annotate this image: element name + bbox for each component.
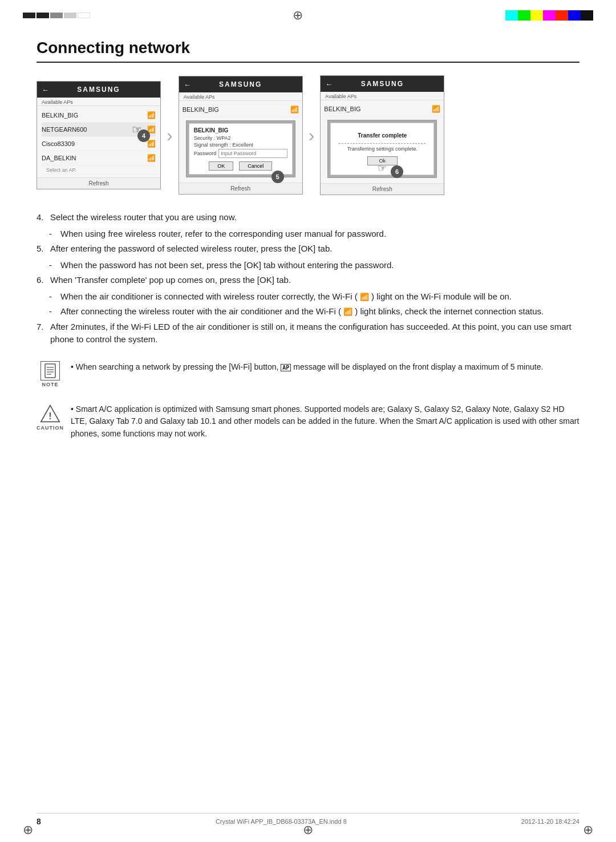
instruction-6-num: 6.: [37, 274, 47, 287]
note-content: • When searching a network by pressing t…: [71, 361, 579, 374]
sub-dash-2: -: [49, 259, 57, 272]
screenshots-row: ← SAMSUNG Available APs BELKIN_BIG 📶 NET…: [37, 75, 579, 195]
ss1-network-1: BELKIN_BIG 📶: [42, 108, 156, 123]
instructions: 4. Select the wireless router that you a…: [37, 211, 579, 346]
ss2-samsung-logo: SAMSUNG: [219, 80, 262, 88]
screenshot-1: ← SAMSUNG Available APs BELKIN_BIG 📶 NET…: [37, 81, 161, 189]
ss2-network-1-name: BELKIN_BIG: [183, 106, 219, 113]
instruction-4-num: 4.: [37, 211, 47, 224]
ss3-dialog-inner: Transfer complete Transferring settings …: [330, 123, 434, 175]
screenshot-2: ← SAMSUNG Available APs BELKIN_BIG 📶 BEL…: [179, 76, 303, 195]
instruction-7-text: After 2minutes, if the Wi-Fi LED of the …: [50, 321, 579, 346]
ss1-network-4-name: DA_BELKIN: [42, 155, 76, 161]
crosshair-bottom-center: ⊕: [303, 823, 313, 837]
page-title: Connecting network: [37, 39, 579, 63]
instruction-6-sub-2: - After connecting the wireless router w…: [49, 305, 579, 318]
ss3-hand-cursor: ☞: [378, 162, 387, 175]
note-box: NOTE • When searching a network by press…: [37, 358, 579, 391]
ss1-network-1-wifi: 📶: [147, 111, 156, 119]
ss2-ok-button[interactable]: OK: [209, 161, 233, 171]
note-svg-icon: [44, 363, 56, 378]
ss2-dialog-title: BELKIN_BIG: [194, 127, 287, 133]
sub-dash-3: -: [49, 290, 57, 303]
ss2-security: Security : WPA2: [194, 135, 287, 141]
reg-marks-left: [23, 13, 90, 18]
instruction-5: 5. After entering the password of select…: [37, 242, 579, 256]
caution-text: Smart A/C application is optimized with …: [71, 404, 579, 438]
instruction-4: 4. Select the wireless router that you a…: [37, 211, 579, 224]
instruction-7: 7. After 2minutes, if the Wi-Fi LED of t…: [37, 321, 579, 346]
ss2-header: ← SAMSUNG: [179, 76, 302, 92]
ss2-body: BELKIN_BIG 📶 BELKIN_BIG Security : WPA2 …: [179, 101, 302, 183]
wifi-icon-inline-1: 📶: [360, 292, 369, 303]
caution-triangle: !: [40, 403, 60, 424]
ss2-dialog-inner: BELKIN_BIG Security : WPA2 Signal streng…: [189, 123, 293, 175]
instruction-6-sub-1: - When the air conditioner is connected …: [49, 290, 579, 303]
instruction-7-num: 7.: [37, 321, 47, 346]
svg-rect-0: [45, 364, 55, 378]
ss3-samsung-logo: SAMSUNG: [361, 80, 404, 88]
ss3-network-1-name: BELKIN_BIG: [324, 106, 360, 112]
crosshair-top: ⊕: [293, 8, 303, 23]
caution-label: CAUTION: [37, 425, 64, 431]
crosshair-bottom-left: ⊕: [23, 823, 33, 837]
sub-dash-1: -: [49, 228, 57, 241]
page-content: Connecting network ← SAMSUNG Available A…: [0, 27, 616, 464]
instruction-6-sub-1-text: When the air conditioner is connected wi…: [60, 290, 512, 303]
instruction-4-sub-1: - When using free wireless router, refer…: [49, 228, 579, 241]
ap-badge: AP: [281, 364, 291, 371]
arrow-1: ›: [167, 125, 173, 146]
ss1-step-badge: 4: [137, 129, 150, 142]
ss3-transfer-sub: Transferring settings complete.: [339, 146, 425, 152]
note-icon: [40, 361, 60, 380]
ss2-cancel-button[interactable]: Cancel: [239, 161, 272, 171]
note-icon-area: NOTE: [37, 361, 64, 387]
wifi-icon-inline-2: 📶: [343, 306, 352, 318]
ss2-step-badge: 5: [271, 171, 284, 183]
instruction-4-text: Select the wireless router that you are …: [50, 211, 579, 224]
ss2-signal: Signal strength : Excellent: [194, 142, 287, 148]
ss2-password-input[interactable]: [218, 149, 287, 158]
ss3-footer: Refresh: [321, 183, 444, 195]
caution-icon-area: ! CAUTION: [37, 403, 64, 431]
svg-text:!: !: [48, 410, 51, 420]
note-label: NOTE: [42, 382, 58, 387]
crosshair-bottom-right: ⊕: [583, 823, 593, 837]
caution-triangle-svg: !: [40, 403, 60, 424]
instruction-6-text: When 'Transfer complete' pop up comes on…: [50, 274, 579, 287]
ss3-dialog: Transfer complete Transferring settings …: [327, 120, 437, 178]
ss1-footer: Refresh: [37, 177, 160, 189]
instruction-5-text: After entering the password of selected …: [50, 242, 579, 256]
instruction-5-sub-1: - When the password has not been set, pr…: [49, 259, 579, 272]
ss2-password-row: Password: [194, 149, 287, 158]
ss1-sub-header: Available APs: [37, 98, 160, 106]
instruction-6: 6. When 'Transfer complete' pop up comes…: [37, 274, 579, 287]
ss1-network-2-name: NETGEARN600: [42, 126, 87, 133]
screenshot-3: ← SAMSUNG Available APs BELKIN_BIG 📶 Tra…: [320, 75, 444, 195]
ss1-body: BELKIN_BIG 📶 NETGEARN600 📶 ☞ 4 Cisco8330…: [37, 106, 160, 177]
ss3-body: BELKIN_BIG 📶 Transfer complete Transferr…: [321, 100, 444, 183]
ss1-header: ← SAMSUNG: [37, 82, 160, 98]
ss1-network-4-wifi: 📶: [147, 154, 156, 162]
ss1-network-1-name: BELKIN_BIG: [42, 112, 78, 119]
ss3-transfer-title: Transfer complete: [339, 132, 425, 139]
color-bar-right: [505, 10, 593, 21]
arrow-2: ›: [309, 125, 315, 146]
ss1-network-4: DA_BELKIN 📶: [42, 151, 156, 165]
top-marks: ⊕: [0, 0, 616, 27]
bottom-marks: ⊕ ⊕ ⊕: [0, 821, 616, 842]
ss2-network-1-wifi: 📶: [290, 106, 299, 114]
ss3-transfer: Transfer complete Transferring settings …: [335, 127, 429, 171]
reg-marks-right: [505, 10, 593, 21]
ss3-dashes: [339, 143, 425, 144]
ss2-back-arrow: ←: [184, 80, 192, 89]
ss2-footer: Refresh: [179, 183, 302, 194]
ss2-dialog-buttons: OK Cancel 5: [194, 161, 287, 171]
ss3-header: ← SAMSUNG: [321, 76, 444, 92]
ss2-password-label: Password: [194, 151, 217, 156]
instruction-5-num: 5.: [37, 242, 47, 256]
instruction-4-sub-1-text: When using free wireless router, refer t…: [60, 228, 386, 241]
corner-mark-tl: [23, 13, 90, 18]
ss3-step-badge: 6: [391, 165, 403, 178]
instruction-6-sub-2-text: After connecting the wireless router wit…: [60, 305, 544, 318]
